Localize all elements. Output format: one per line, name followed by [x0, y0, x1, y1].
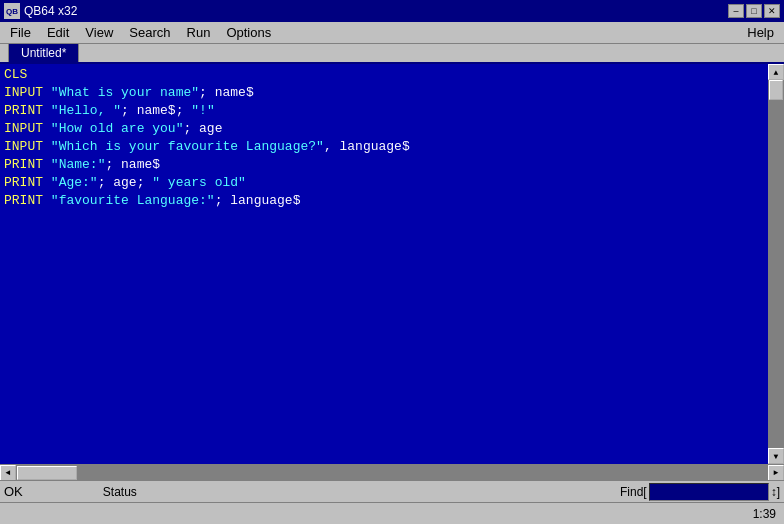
menu-edit[interactable]: Edit: [39, 23, 77, 42]
find-scroll-indicator: ↕]: [771, 485, 780, 499]
title-text: QB64 x32: [24, 4, 77, 18]
title-left: QB QB64 x32: [4, 3, 77, 19]
horizontal-scrollbar[interactable]: ◄ ►: [0, 464, 784, 480]
scroll-left-button[interactable]: ◄: [0, 465, 16, 481]
menu-view[interactable]: View: [77, 23, 121, 42]
maximize-button[interactable]: □: [746, 4, 762, 18]
menu-bar: File Edit View Search Run Options Help: [0, 22, 784, 44]
footer: 1:39: [0, 502, 784, 524]
scroll-thumb-vertical[interactable]: [769, 80, 783, 100]
scroll-thumb-horizontal[interactable]: [17, 466, 77, 480]
status-bar: OK Status Find[ ↕]: [0, 480, 784, 502]
title-bar: QB QB64 x32 – □ ✕: [0, 0, 784, 22]
tab-bar: Untitled*: [0, 44, 784, 64]
editor-container: CLS INPUT "What is your name"; name$ PRI…: [0, 64, 784, 464]
tab-untitled[interactable]: Untitled*: [8, 43, 79, 62]
menu-help[interactable]: Help: [739, 23, 782, 42]
editor[interactable]: CLS INPUT "What is your name"; name$ PRI…: [0, 64, 784, 464]
app-icon: QB: [4, 3, 20, 19]
title-controls: – □ ✕: [728, 4, 780, 18]
menu-run[interactable]: Run: [179, 23, 219, 42]
find-input[interactable]: [649, 483, 769, 501]
find-label: Find[: [620, 485, 647, 499]
vertical-scrollbar[interactable]: ▲ ▼: [768, 64, 784, 464]
status-label: Status: [23, 485, 217, 499]
scroll-track-vertical[interactable]: [768, 80, 784, 448]
cursor-position: 1:39: [753, 507, 776, 521]
close-button[interactable]: ✕: [764, 4, 780, 18]
menu-file[interactable]: File: [2, 23, 39, 42]
scroll-down-button[interactable]: ▼: [768, 448, 784, 464]
menu-search[interactable]: Search: [121, 23, 178, 42]
bottom-area: ◄ ► OK Status Find[ ↕] 1:39: [0, 464, 784, 524]
code-area: CLS INPUT "What is your name"; name$ PRI…: [4, 66, 780, 210]
scroll-up-button[interactable]: ▲: [768, 64, 784, 80]
menu-options[interactable]: Options: [218, 23, 279, 42]
status-ok: OK: [4, 484, 23, 499]
find-box: Find[ ↕]: [620, 483, 780, 501]
scroll-track-horizontal[interactable]: [16, 465, 768, 481]
minimize-button[interactable]: –: [728, 4, 744, 18]
scroll-right-button[interactable]: ►: [768, 465, 784, 481]
